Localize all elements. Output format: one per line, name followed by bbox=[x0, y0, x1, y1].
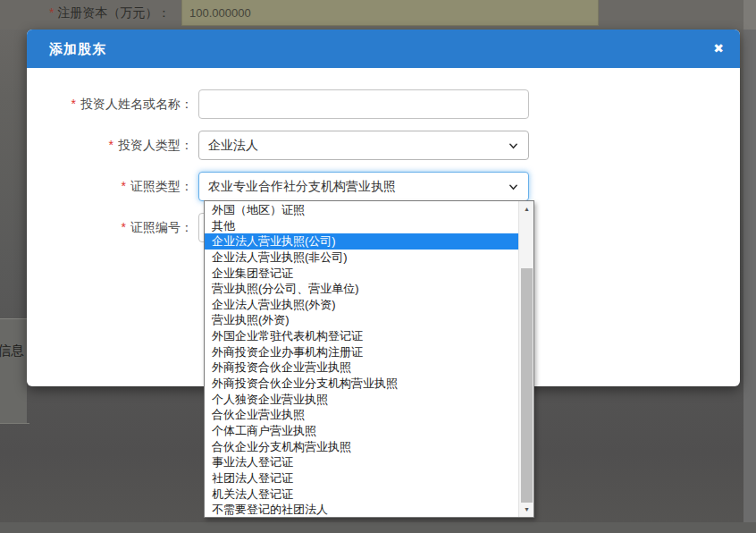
required-asterisk: * bbox=[122, 220, 126, 234]
required-asterisk: * bbox=[49, 5, 54, 20]
license-type-value: 农业专业合作社分支机构营业执照 bbox=[208, 179, 396, 193]
page-scrollbar[interactable] bbox=[743, 0, 756, 533]
required-asterisk: * bbox=[122, 179, 126, 193]
background-panel-edge bbox=[0, 319, 27, 423]
registered-capital-label: *注册资本（万元）： bbox=[49, 5, 170, 21]
page-scrollbar-top[interactable] bbox=[743, 0, 756, 30]
investor-name-label-text: 投资人姓名或名称： bbox=[80, 97, 193, 111]
license-number-label: *证照编号： bbox=[27, 220, 198, 236]
dropdown-option[interactable]: 合伙企业分支机构营业执照 bbox=[205, 439, 518, 455]
license-type-row: *证照类型： 农业专业合作社分支机构营业执照 bbox=[27, 172, 740, 201]
dropdown-option[interactable]: 企业法人营业执照(公司) bbox=[205, 233, 518, 250]
investor-type-value: 企业法人 bbox=[208, 138, 258, 152]
background-form-strip: *注册资本（万元）： 100.000000 bbox=[0, 0, 756, 30]
modal-header: 添加股东 ✖ bbox=[27, 30, 740, 68]
registered-capital-label-text: 注册资本（万元）： bbox=[57, 5, 170, 20]
background-divider bbox=[0, 318, 27, 319]
chevron-down-icon bbox=[509, 183, 517, 191]
investor-type-label-text: 投资人类型： bbox=[118, 138, 193, 152]
license-type-label: *证照类型： bbox=[27, 179, 198, 195]
required-asterisk: * bbox=[109, 138, 113, 152]
license-type-label-text: 证照类型： bbox=[130, 179, 193, 193]
dropdown-option[interactable]: 合伙企业营业执照 bbox=[205, 407, 518, 423]
investor-name-row: *投资人姓名或名称： bbox=[27, 89, 740, 119]
dropdown-options-list: 外国（地区）证照其他企业法人营业执照(公司)企业法人营业执照(非公司)企业集团登… bbox=[205, 202, 518, 517]
scrollbar-thumb[interactable] bbox=[521, 268, 533, 503]
dropdown-option[interactable]: 营业执照(外资) bbox=[205, 312, 518, 328]
dropdown-option[interactable]: 其他 bbox=[205, 218, 518, 234]
background-section-heading: 信息 bbox=[0, 343, 27, 360]
dropdown-option[interactable]: 外商投资企业办事机构注册证 bbox=[205, 344, 518, 360]
dropdown-option[interactable]: 个人独资企业营业执照 bbox=[205, 392, 518, 408]
dropdown-option[interactable]: 个体工商户营业执照 bbox=[205, 423, 518, 439]
dropdown-option[interactable]: 企业法人营业执照(非公司) bbox=[205, 250, 518, 266]
dropdown-option[interactable]: 不需要登记的社团法人 bbox=[205, 502, 518, 517]
dropdown-option[interactable]: 社团法人登记证 bbox=[205, 470, 518, 486]
license-number-label-text: 证照编号： bbox=[130, 220, 193, 234]
license-type-select[interactable]: 农业专业合作社分支机构营业执照 bbox=[198, 172, 529, 201]
required-asterisk: * bbox=[71, 97, 76, 111]
chevron-down-icon bbox=[509, 142, 517, 150]
dropdown-option[interactable]: 机关法人登记证 bbox=[205, 486, 518, 503]
dropdown-option[interactable]: 企业法人营业执照(外资) bbox=[205, 297, 518, 313]
scroll-down-icon[interactable]: ▼ bbox=[519, 502, 534, 517]
dropdown-option[interactable]: 外商投资合伙企业营业执照 bbox=[205, 360, 518, 376]
dropdown-option[interactable]: 外国企业常驻代表机构登记证 bbox=[205, 328, 518, 344]
license-type-dropdown: 外国（地区）证照其他企业法人营业执照(公司)企业法人营业执照(非公司)企业集团登… bbox=[204, 200, 534, 518]
investor-type-row: *投资人类型： 企业法人 bbox=[27, 131, 740, 160]
investor-type-select[interactable]: 企业法人 bbox=[198, 131, 529, 160]
background-footer-strip bbox=[0, 522, 756, 533]
investor-name-input[interactable] bbox=[198, 89, 529, 119]
background-divider bbox=[0, 423, 29, 424]
dropdown-option[interactable]: 企业集团登记证 bbox=[205, 266, 518, 282]
scroll-up-icon[interactable]: ▲ bbox=[519, 201, 534, 216]
close-icon[interactable]: ✖ bbox=[713, 40, 724, 56]
dropdown-option[interactable]: 事业法人登记证 bbox=[205, 454, 518, 470]
investor-name-label: *投资人姓名或名称： bbox=[27, 97, 198, 113]
dropdown-option[interactable]: 营业执照(分公司、营业单位) bbox=[205, 281, 518, 297]
investor-type-label: *投资人类型： bbox=[27, 138, 198, 154]
modal-title: 添加股东 bbox=[49, 41, 106, 58]
registered-capital-input[interactable]: 100.000000 bbox=[181, 0, 599, 26]
dropdown-scrollbar[interactable]: ▲ ▼ bbox=[518, 201, 533, 517]
dropdown-option[interactable]: 外商投资合伙企业分支机构营业执照 bbox=[205, 376, 518, 392]
dropdown-option[interactable]: 外国（地区）证照 bbox=[205, 202, 518, 218]
